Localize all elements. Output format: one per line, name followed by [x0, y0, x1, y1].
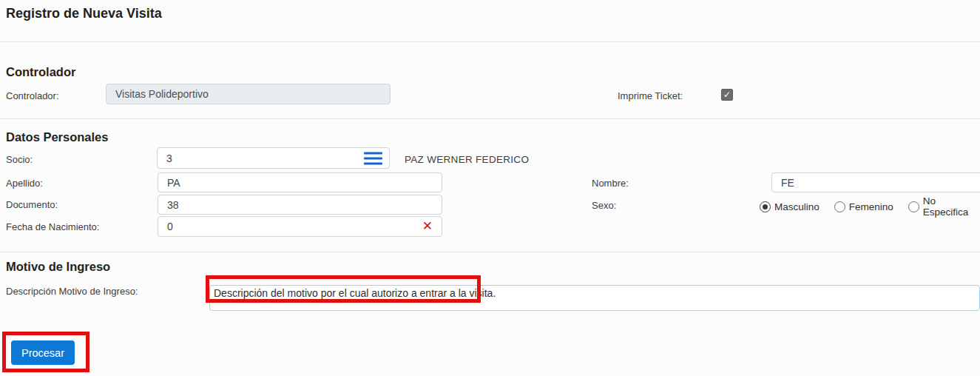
procesar-button[interactable]: Procesar: [11, 340, 75, 365]
radio-masculino-circle[interactable]: [760, 201, 771, 212]
socio-input[interactable]: 3: [157, 147, 390, 169]
apellido-value: PA: [167, 177, 180, 189]
imprime-ticket-checkbox[interactable]: ✓: [721, 89, 733, 101]
divider: [0, 41, 980, 42]
controlador-input: Visitas Polideportivo: [106, 84, 391, 104]
checkbox-check-icon: ✓: [723, 90, 731, 100]
section-heading-motivo-ingreso: Motivo de Ingreso: [6, 260, 110, 274]
nombre-label: Nombre:: [592, 178, 629, 189]
page-title: Registro de Nueva Visita: [6, 6, 162, 21]
controlador-value: Visitas Polideportivo: [115, 88, 209, 100]
documento-input[interactable]: 38: [158, 195, 442, 215]
radio-no-especifica[interactable]: No Especifica: [908, 195, 980, 218]
socio-lookup-menu-icon[interactable]: [364, 152, 382, 164]
divider: [0, 252, 980, 252]
apellido-label: Apellido:: [6, 178, 43, 189]
descripcion-motivo-textarea[interactable]: Descripción del motivo por el cual autor…: [209, 285, 980, 311]
descripcion-motivo-label: Descripción Motivo de Ingreso:: [6, 286, 138, 297]
section-heading-controlador: Controlador: [6, 65, 75, 79]
divider: [0, 118, 980, 119]
imprime-ticket-label: Imprime Ticket:: [618, 90, 683, 101]
socio-full-name: PAZ WERNER FEDERICO: [405, 154, 529, 165]
clear-date-x-icon[interactable]: ✕: [422, 218, 433, 234]
controlador-label: Controlador:: [6, 90, 59, 101]
socio-label: Socio:: [6, 154, 33, 165]
nombre-input[interactable]: FE: [771, 172, 980, 192]
radio-femenino-label: Femenino: [849, 201, 893, 212]
radio-masculino[interactable]: Masculino: [760, 201, 820, 212]
sexo-radio-group: Masculino Femenino No Especifica: [760, 195, 980, 218]
radio-masculino-label: Masculino: [774, 201, 820, 212]
documento-value: 38: [167, 199, 178, 211]
section-heading-datos-personales: Datos Personales: [6, 130, 108, 144]
radio-no-especifica-circle[interactable]: [908, 201, 919, 212]
radio-no-especifica-label: No Especifica: [923, 195, 980, 218]
fecha-nacimiento-input[interactable]: 0 ✕: [158, 216, 442, 237]
sexo-label: Sexo:: [592, 200, 616, 211]
fecha-nacimiento-value: 0: [167, 221, 173, 232]
radio-femenino-circle[interactable]: [834, 201, 845, 212]
descripcion-motivo-value: Descripción del motivo por el cual autor…: [214, 287, 496, 299]
radio-femenino[interactable]: Femenino: [834, 201, 893, 212]
apellido-input[interactable]: PA: [158, 172, 442, 192]
socio-value: 3: [166, 152, 172, 164]
fecha-nacimiento-label: Fecha de Nacimiento:: [6, 221, 99, 232]
documento-label: Documento:: [6, 199, 58, 210]
nombre-value: FE: [781, 177, 794, 189]
